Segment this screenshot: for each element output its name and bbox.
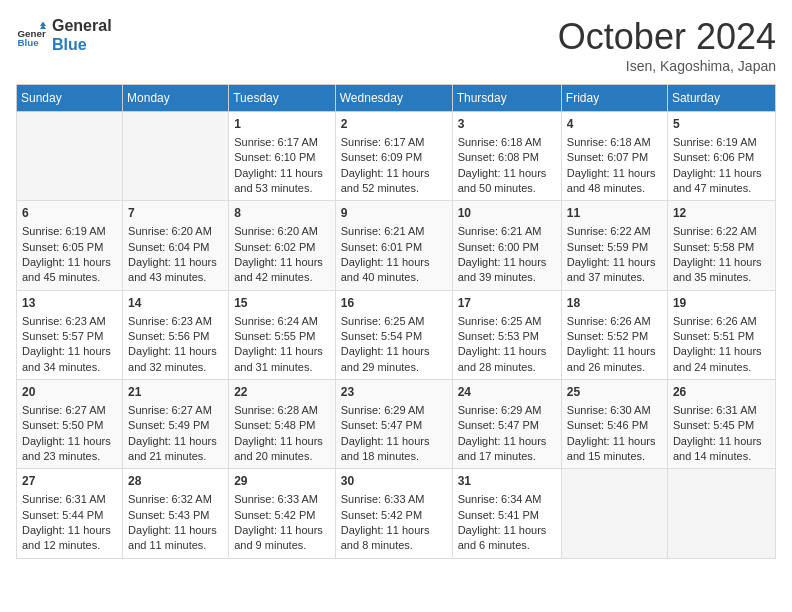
sunset: Sunset: 6:01 PM: [341, 241, 422, 253]
day-number: 11: [567, 205, 662, 222]
sunrise: Sunrise: 6:33 AM: [341, 493, 425, 505]
sunset: Sunset: 5:57 PM: [22, 330, 103, 342]
calendar-cell: [17, 112, 123, 201]
calendar-cell: 10 Sunrise: 6:21 AM Sunset: 6:00 PM Dayl…: [452, 201, 561, 290]
calendar-cell: 7 Sunrise: 6:20 AM Sunset: 6:04 PM Dayli…: [123, 201, 229, 290]
sunrise: Sunrise: 6:29 AM: [458, 404, 542, 416]
sunset: Sunset: 5:59 PM: [567, 241, 648, 253]
column-header-sunday: Sunday: [17, 85, 123, 112]
daylight: Daylight: 11 hours and 39 minutes.: [458, 256, 547, 283]
sunset: Sunset: 5:54 PM: [341, 330, 422, 342]
calendar-cell: 8 Sunrise: 6:20 AM Sunset: 6:02 PM Dayli…: [229, 201, 336, 290]
calendar-cell: 30 Sunrise: 6:33 AM Sunset: 5:42 PM Dayl…: [335, 469, 452, 558]
daylight: Daylight: 11 hours and 32 minutes.: [128, 345, 217, 372]
calendar-cell: 23 Sunrise: 6:29 AM Sunset: 5:47 PM Dayl…: [335, 380, 452, 469]
calendar-cell: [123, 112, 229, 201]
daylight: Daylight: 11 hours and 6 minutes.: [458, 524, 547, 551]
daylight: Daylight: 11 hours and 17 minutes.: [458, 435, 547, 462]
day-number: 15: [234, 295, 330, 312]
sunset: Sunset: 5:47 PM: [458, 419, 539, 431]
sunset: Sunset: 6:04 PM: [128, 241, 209, 253]
sunrise: Sunrise: 6:19 AM: [673, 136, 757, 148]
daylight: Daylight: 11 hours and 35 minutes.: [673, 256, 762, 283]
day-number: 23: [341, 384, 447, 401]
title-section: October 2024 Isen, Kagoshima, Japan: [558, 16, 776, 74]
daylight: Daylight: 11 hours and 31 minutes.: [234, 345, 323, 372]
page-header: General Blue General Blue October 2024 I…: [16, 16, 776, 74]
day-number: 25: [567, 384, 662, 401]
sunset: Sunset: 6:07 PM: [567, 151, 648, 163]
calendar-cell: 19 Sunrise: 6:26 AM Sunset: 5:51 PM Dayl…: [667, 290, 775, 379]
sunrise: Sunrise: 6:22 AM: [673, 225, 757, 237]
calendar-cell: 2 Sunrise: 6:17 AM Sunset: 6:09 PM Dayli…: [335, 112, 452, 201]
calendar-cell: 12 Sunrise: 6:22 AM Sunset: 5:58 PM Dayl…: [667, 201, 775, 290]
sunrise: Sunrise: 6:19 AM: [22, 225, 106, 237]
day-number: 2: [341, 116, 447, 133]
daylight: Daylight: 11 hours and 29 minutes.: [341, 345, 430, 372]
day-number: 18: [567, 295, 662, 312]
sunrise: Sunrise: 6:33 AM: [234, 493, 318, 505]
day-number: 28: [128, 473, 223, 490]
sunset: Sunset: 5:58 PM: [673, 241, 754, 253]
daylight: Daylight: 11 hours and 48 minutes.: [567, 167, 656, 194]
calendar-table: SundayMondayTuesdayWednesdayThursdayFrid…: [16, 84, 776, 559]
daylight: Daylight: 11 hours and 47 minutes.: [673, 167, 762, 194]
sunset: Sunset: 5:46 PM: [567, 419, 648, 431]
sunrise: Sunrise: 6:31 AM: [673, 404, 757, 416]
sunset: Sunset: 5:42 PM: [341, 509, 422, 521]
day-number: 30: [341, 473, 447, 490]
day-number: 24: [458, 384, 556, 401]
day-number: 26: [673, 384, 770, 401]
calendar-cell: 4 Sunrise: 6:18 AM Sunset: 6:07 PM Dayli…: [561, 112, 667, 201]
calendar-body: 1 Sunrise: 6:17 AM Sunset: 6:10 PM Dayli…: [17, 112, 776, 559]
calendar-cell: 18 Sunrise: 6:26 AM Sunset: 5:52 PM Dayl…: [561, 290, 667, 379]
day-number: 29: [234, 473, 330, 490]
calendar-header-row: SundayMondayTuesdayWednesdayThursdayFrid…: [17, 85, 776, 112]
daylight: Daylight: 11 hours and 20 minutes.: [234, 435, 323, 462]
calendar-cell: 1 Sunrise: 6:17 AM Sunset: 6:10 PM Dayli…: [229, 112, 336, 201]
sunrise: Sunrise: 6:29 AM: [341, 404, 425, 416]
column-header-wednesday: Wednesday: [335, 85, 452, 112]
calendar-cell: 25 Sunrise: 6:30 AM Sunset: 5:46 PM Dayl…: [561, 380, 667, 469]
calendar-cell: [667, 469, 775, 558]
day-number: 5: [673, 116, 770, 133]
calendar-cell: 20 Sunrise: 6:27 AM Sunset: 5:50 PM Dayl…: [17, 380, 123, 469]
daylight: Daylight: 11 hours and 12 minutes.: [22, 524, 111, 551]
sunset: Sunset: 5:48 PM: [234, 419, 315, 431]
daylight: Daylight: 11 hours and 26 minutes.: [567, 345, 656, 372]
sunrise: Sunrise: 6:23 AM: [128, 315, 212, 327]
day-number: 16: [341, 295, 447, 312]
sunrise: Sunrise: 6:18 AM: [458, 136, 542, 148]
sunset: Sunset: 5:41 PM: [458, 509, 539, 521]
calendar-cell: 29 Sunrise: 6:33 AM Sunset: 5:42 PM Dayl…: [229, 469, 336, 558]
sunrise: Sunrise: 6:17 AM: [341, 136, 425, 148]
daylight: Daylight: 11 hours and 18 minutes.: [341, 435, 430, 462]
daylight: Daylight: 11 hours and 37 minutes.: [567, 256, 656, 283]
sunrise: Sunrise: 6:17 AM: [234, 136, 318, 148]
calendar-cell: 6 Sunrise: 6:19 AM Sunset: 6:05 PM Dayli…: [17, 201, 123, 290]
month-title: October 2024: [558, 16, 776, 58]
calendar-cell: 11 Sunrise: 6:22 AM Sunset: 5:59 PM Dayl…: [561, 201, 667, 290]
logo-icon: General Blue: [16, 20, 46, 50]
daylight: Daylight: 11 hours and 45 minutes.: [22, 256, 111, 283]
sunrise: Sunrise: 6:32 AM: [128, 493, 212, 505]
svg-text:Blue: Blue: [18, 37, 40, 48]
calendar-cell: 13 Sunrise: 6:23 AM Sunset: 5:57 PM Dayl…: [17, 290, 123, 379]
day-number: 22: [234, 384, 330, 401]
sunrise: Sunrise: 6:26 AM: [567, 315, 651, 327]
day-number: 20: [22, 384, 117, 401]
logo-text: General Blue: [52, 16, 112, 54]
calendar-cell: 14 Sunrise: 6:23 AM Sunset: 5:56 PM Dayl…: [123, 290, 229, 379]
day-number: 27: [22, 473, 117, 490]
sunset: Sunset: 5:52 PM: [567, 330, 648, 342]
daylight: Daylight: 11 hours and 24 minutes.: [673, 345, 762, 372]
sunset: Sunset: 5:55 PM: [234, 330, 315, 342]
day-number: 21: [128, 384, 223, 401]
calendar-week-5: 27 Sunrise: 6:31 AM Sunset: 5:44 PM Dayl…: [17, 469, 776, 558]
sunset: Sunset: 5:44 PM: [22, 509, 103, 521]
sunset: Sunset: 6:09 PM: [341, 151, 422, 163]
calendar-cell: 26 Sunrise: 6:31 AM Sunset: 5:45 PM Dayl…: [667, 380, 775, 469]
daylight: Daylight: 11 hours and 52 minutes.: [341, 167, 430, 194]
calendar-week-2: 6 Sunrise: 6:19 AM Sunset: 6:05 PM Dayli…: [17, 201, 776, 290]
sunrise: Sunrise: 6:27 AM: [128, 404, 212, 416]
